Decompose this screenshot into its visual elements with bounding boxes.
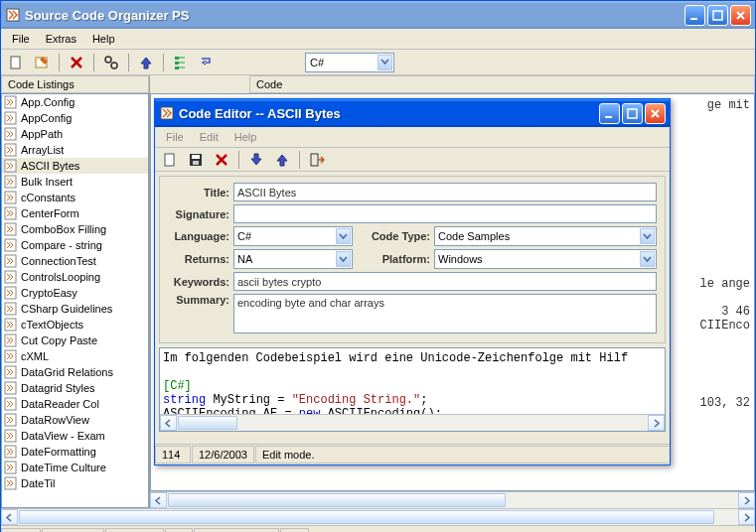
menu-help[interactable]: Help <box>85 31 122 47</box>
svg-rect-40 <box>192 155 200 159</box>
editor-maximize-button[interactable] <box>622 103 643 124</box>
tree-item[interactable]: cXML <box>2 348 148 364</box>
tree-item[interactable]: Datagrid Styles <box>2 380 148 396</box>
find-button[interactable] <box>100 52 122 73</box>
tree-item[interactable]: Bulk Insert <box>2 174 148 190</box>
editor-up-button[interactable] <box>271 149 293 171</box>
editor-minimize-button[interactable] <box>599 103 620 124</box>
keywords-label: Keywords: <box>168 276 229 288</box>
status-returns: NA <box>280 528 309 533</box>
tree-item-label: ControlsLooping <box>21 271 100 283</box>
main-titlebar[interactable]: Source Code Organizer PS <box>1 1 755 29</box>
tree-item[interactable]: App.Config <box>2 94 148 110</box>
signature-input[interactable] <box>233 204 657 223</box>
tree-item-label: cTextObjects <box>21 319 83 331</box>
scroll-right-button[interactable] <box>648 415 665 431</box>
tree-item[interactable]: ConnectionTest <box>2 253 148 269</box>
new-button[interactable] <box>5 52 27 73</box>
svg-point-6 <box>111 63 117 68</box>
tree-item[interactable]: ArrayList <box>2 142 148 158</box>
editor-status-mode: Edit mode. <box>255 446 669 464</box>
wrap-button[interactable] <box>196 52 218 73</box>
editor-menu-edit[interactable]: Edit <box>193 129 226 145</box>
tree-item[interactable]: DataRowView <box>2 412 148 428</box>
code-file-icon <box>4 397 18 411</box>
codetype-combo[interactable]: Code Samples <box>434 226 657 246</box>
tree-item-label: App.Config <box>21 96 75 108</box>
maximize-button[interactable] <box>707 5 728 26</box>
tree-item[interactable]: cConstants <box>2 190 148 205</box>
svg-point-5 <box>105 57 111 63</box>
code-file-icon <box>4 333 18 347</box>
tree-item[interactable]: AppPath <box>2 126 148 142</box>
language-filter-combo[interactable]: C# <box>305 53 394 72</box>
minimize-button[interactable] <box>684 5 705 26</box>
platform-combo[interactable]: Windows <box>434 249 657 269</box>
scroll-right-button[interactable] <box>738 509 755 525</box>
tree-item[interactable]: DataGrid Relations <box>2 364 148 380</box>
tree-item[interactable]: CryptoEasy <box>2 285 148 301</box>
tree-item[interactable]: DataReader Col <box>2 396 148 412</box>
code-file-icon <box>4 127 18 141</box>
scrollbar-thumb[interactable] <box>168 493 506 507</box>
tree-item[interactable]: DateFormatting <box>2 444 148 460</box>
close-button[interactable] <box>730 5 751 26</box>
menu-file[interactable]: File <box>5 31 37 47</box>
scroll-left-button[interactable] <box>150 492 167 508</box>
tree-item[interactable]: ASCII Bytes <box>2 158 148 174</box>
editor-close-button[interactable] <box>645 103 666 124</box>
tree-item[interactable]: Cut Copy Paste <box>2 332 148 348</box>
editor-exit-button[interactable] <box>306 149 328 171</box>
delete-button[interactable] <box>66 52 87 73</box>
tree-item[interactable]: Compare - string <box>2 237 148 253</box>
editor-titlebar[interactable]: Code Editor -- ASCII Bytes <box>155 99 670 127</box>
editor-delete-button[interactable] <box>211 149 232 171</box>
tree-item-label: ConnectionTest <box>21 255 96 267</box>
tree-item[interactable]: ComboBox Filling <box>2 221 148 237</box>
scroll-left-button[interactable] <box>1 509 18 525</box>
code-scrollbar-horizontal[interactable] <box>150 491 755 508</box>
editor-code-textarea[interactable]: Im folgenden Codebeispiel wird eine Unic… <box>159 347 666 432</box>
keywords-input[interactable]: ascii bytes crypto <box>233 272 657 291</box>
code-line <box>163 365 662 379</box>
scrollbar-thumb[interactable] <box>178 416 237 430</box>
tree-item[interactable]: DateTime Culture <box>2 460 148 475</box>
status-codetype: Code Samples <box>194 528 279 533</box>
editor-code-scrollbar[interactable] <box>160 414 665 431</box>
main-scrollbar-horizontal[interactable] <box>1 508 755 525</box>
code-listings-tree[interactable]: App.ConfigAppConfigAppPathArrayListASCII… <box>1 93 149 508</box>
language-combo[interactable]: C# <box>233 226 353 246</box>
scrollbar-thumb[interactable] <box>19 510 714 524</box>
editor-menu-help[interactable]: Help <box>227 129 264 145</box>
scroll-left-button[interactable] <box>160 415 177 431</box>
tree-item-label: ASCII Bytes <box>21 160 79 172</box>
summary-input[interactable]: encoding byte and char arrays <box>233 294 657 333</box>
svg-rect-42 <box>311 154 318 166</box>
up-button[interactable] <box>135 52 157 73</box>
tree-item[interactable]: DateTil <box>2 475 148 491</box>
editor-menu-file[interactable]: File <box>159 129 191 145</box>
svg-rect-41 <box>193 161 199 165</box>
code-file-icon <box>4 238 18 252</box>
editor-save-button[interactable] <box>185 149 207 171</box>
returns-combo[interactable]: NA <box>233 249 353 269</box>
tree-item[interactable]: CenterForm <box>2 205 148 221</box>
title-input[interactable]: ASCII Bytes <box>233 183 657 201</box>
editor-new-button[interactable] <box>159 149 181 171</box>
tree-button[interactable] <box>170 52 192 73</box>
code-line: Im folgenden Codebeispiel wird eine Unic… <box>163 351 662 365</box>
tree-item-label: AppConfig <box>21 112 72 124</box>
tree-item[interactable]: cTextObjects <box>2 317 148 332</box>
edit-button[interactable] <box>31 52 53 73</box>
tree-item[interactable]: AppConfig <box>2 110 148 126</box>
tree-item[interactable]: DataView - Exam <box>2 428 148 444</box>
svg-rect-3 <box>11 57 20 68</box>
editor-down-button[interactable] <box>245 149 267 171</box>
code-file-icon <box>4 381 18 395</box>
menu-extras[interactable]: Extras <box>39 31 83 47</box>
tree-item[interactable]: ControlsLooping <box>2 269 148 285</box>
tree-item[interactable]: CSharp Guidelines <box>2 301 148 317</box>
scroll-right-button[interactable] <box>738 492 755 508</box>
svg-rect-36 <box>605 116 612 118</box>
code-fragment: CIIEnco <box>700 319 750 332</box>
